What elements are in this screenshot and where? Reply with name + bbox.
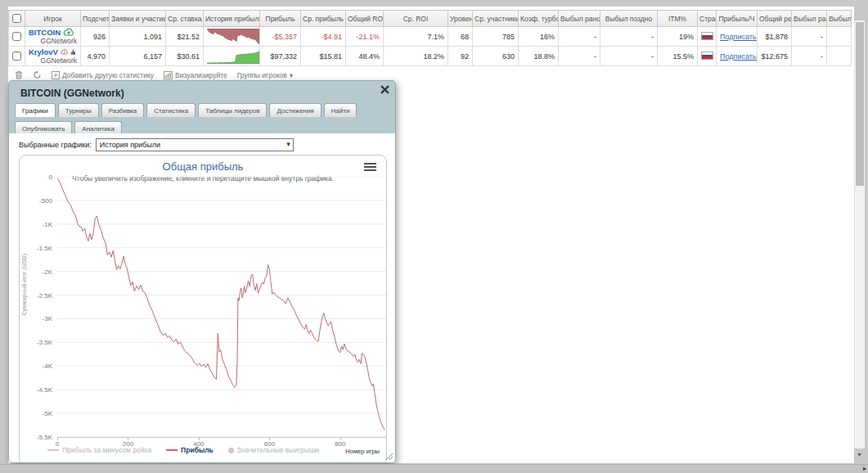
- tab-таблицы лидеров[interactable]: Таблицы лидеров: [198, 103, 267, 117]
- player-network: GGNetwork: [29, 56, 77, 65]
- column-header[interactable]: Прибыль/Ч: [717, 11, 758, 27]
- y-tick-label: -4K: [20, 363, 52, 370]
- y-tick-label: -1K: [20, 221, 52, 228]
- legend-item[interactable]: Прибыль: [166, 446, 214, 454]
- y-tick-label: -2K: [20, 268, 52, 276]
- profit-chart[interactable]: Общая прибыль Чтобы увеличить изображени…: [19, 155, 387, 463]
- column-header[interactable]: История прибыли: [204, 11, 260, 27]
- tab-графики[interactable]: Графики: [15, 103, 56, 117]
- vertical-scrollbar[interactable]: [854, 20, 865, 448]
- table-cell: -21.1%: [346, 27, 384, 47]
- column-header[interactable]: Выбыл ран: [792, 11, 827, 27]
- graph-select[interactable]: История прибыли ▾: [96, 138, 294, 151]
- column-header[interactable]: ITM%: [658, 11, 698, 27]
- legend-item[interactable]: Прибыль за минусом рейка: [47, 446, 151, 454]
- column-header[interactable]: Выбыл поздно: [600, 11, 658, 27]
- column-header[interactable]: Выбыл рано: [559, 11, 600, 27]
- chart-plot-area[interactable]: [57, 177, 386, 437]
- y-tick-label: -3K: [20, 315, 52, 322]
- tab-статистика[interactable]: Статистика: [146, 103, 196, 117]
- table-header-row: ИгрокПодсчетЗаявки и участиеСр. ставкаИс…: [9, 11, 852, 27]
- tab-турниры[interactable]: Турниры: [58, 103, 99, 117]
- tab-найти[interactable]: Найти: [324, 103, 358, 117]
- legend-marker-icon: [47, 449, 59, 451]
- column-header[interactable]: Общий ROI: [346, 11, 384, 27]
- add-statistic-button[interactable]: Добавить другую статистику: [52, 71, 154, 79]
- legend-item[interactable]: Значительные выигрыши: [228, 446, 319, 454]
- column-header[interactable]: Уровень: [448, 11, 473, 27]
- column-header[interactable]: Подсчет: [81, 11, 110, 27]
- vertical-scrollbar-thumb[interactable]: [856, 22, 864, 186]
- player-popup: BITCOIN (GGNetwork) ГрафикиТурнирыРазбив…: [8, 80, 396, 463]
- table-cell: -: [559, 27, 600, 47]
- column-header[interactable]: Игрок: [25, 11, 81, 27]
- table-cell: 6,157: [110, 47, 166, 66]
- subscribe-link[interactable]: Подписаться: [720, 52, 758, 61]
- player-groups-button[interactable]: Группы игроков ▾: [237, 71, 293, 79]
- table-cell: 19%: [658, 27, 698, 47]
- column-header[interactable]: Ср. ставка: [166, 11, 204, 27]
- horizontal-scrollbar[interactable]: [0, 464, 868, 473]
- table-cell: -: [600, 47, 658, 66]
- table-cell: [698, 47, 717, 66]
- player-groups-label: Группы игроков: [237, 71, 287, 79]
- column-header[interactable]: Коэф. турбо: [519, 11, 559, 27]
- graph-select-label: Выбранные графики:: [19, 141, 92, 149]
- table-cell: 16%: [519, 27, 559, 47]
- visualize-label: Визуализируйте: [175, 71, 227, 79]
- thumb-up-icon: [70, 47, 77, 56]
- column-header[interactable]: Заявки и участие: [110, 11, 166, 27]
- popup-tabs: ГрафикиТурнирыРазбивкаСтатистикаТаблицы …: [9, 103, 379, 137]
- table-cell: 4,970: [81, 47, 110, 66]
- x-axis-line: [57, 437, 387, 438]
- refresh-button[interactable]: [33, 70, 42, 79]
- cloud-upload-icon: [63, 28, 74, 37]
- scroll-down-arrow-icon[interactable]: ▾: [854, 449, 865, 460]
- column-header[interactable]: Общий рей: [758, 11, 792, 27]
- column-header[interactable]: Ср. участники: [473, 11, 519, 27]
- tab-достижения[interactable]: Достижения: [269, 103, 321, 117]
- resize-grip[interactable]: [385, 452, 394, 461]
- table-cell: [698, 27, 717, 47]
- subscribe-link[interactable]: Подписаться: [720, 33, 758, 41]
- scroll-right-arrow-icon[interactable]: ▸: [863, 464, 866, 473]
- player-network: GGNetwork: [29, 37, 77, 45]
- trash-icon: [15, 70, 23, 79]
- player-name-link[interactable]: KrylovV: [29, 47, 58, 56]
- table-cell: [204, 27, 260, 47]
- table-cell: $12,675: [758, 47, 792, 66]
- column-header[interactable]: Стран: [698, 11, 717, 27]
- tab-разбивка[interactable]: Разбивка: [101, 103, 144, 117]
- visualize-button[interactable]: Визуализируйте: [164, 71, 227, 79]
- player-cell: KrylovVGGNetwork: [25, 47, 81, 66]
- table-cell: $21.52: [166, 27, 204, 47]
- table-cell: -: [792, 27, 827, 47]
- table-cell: -$4.91: [301, 27, 346, 47]
- visualize-icon: [164, 71, 173, 79]
- table-cell: 68: [448, 27, 473, 47]
- row-checkbox[interactable]: [12, 32, 21, 41]
- row-checkbox[interactable]: [12, 52, 21, 61]
- table-cell: Подписаться: [717, 47, 758, 66]
- table-cell: -: [792, 47, 827, 66]
- table-cell: 926: [81, 27, 110, 47]
- column-header[interactable]: Ср. ROI: [384, 11, 448, 27]
- player-name-link[interactable]: BITCOIN: [29, 28, 61, 37]
- chart-legend: Прибыль за минусом рейкаПрибыльЗначитель…: [20, 446, 347, 454]
- close-icon[interactable]: [380, 85, 389, 94]
- delete-button[interactable]: [15, 70, 23, 79]
- chart-title: Общая прибыль: [20, 160, 386, 173]
- page-content: ИгрокПодсчетЗаявки и участиеСр. ставкаИс…: [8, 7, 854, 463]
- column-header[interactable]: Ср. прибыль: [301, 11, 346, 27]
- refresh-icon: [33, 70, 42, 79]
- table-cell: [827, 27, 852, 47]
- players-table: ИгрокПодсчетЗаявки и участиеСр. ставкаИс…: [8, 10, 852, 66]
- select-all-checkbox[interactable]: [12, 14, 21, 23]
- y-tick-label: -500: [20, 197, 52, 205]
- column-header[interactable]: Прибыль: [260, 11, 301, 27]
- table-cell: 18.2%: [384, 47, 448, 66]
- table-cell: Подписаться: [717, 27, 758, 47]
- chart-menu-icon[interactable]: [364, 163, 376, 173]
- graph-select-value: История прибыли: [100, 141, 160, 149]
- column-header[interactable]: Выбыл: [827, 11, 852, 27]
